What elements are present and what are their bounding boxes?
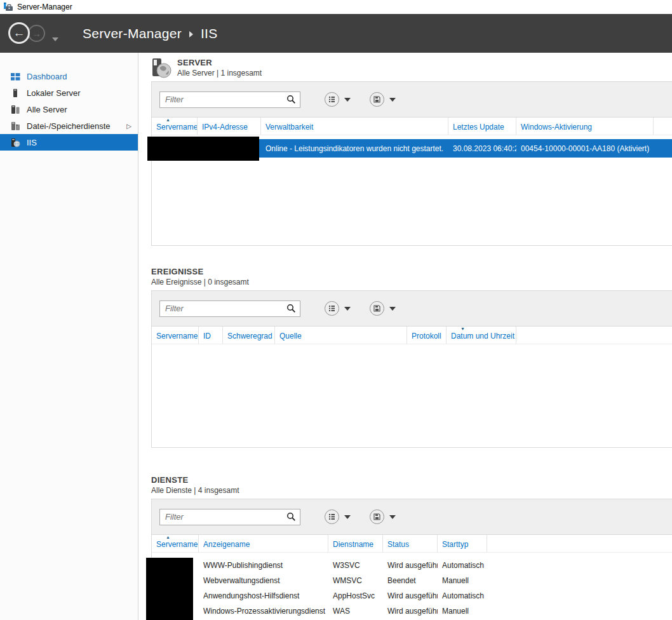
column-header-servername[interactable]: ▲ Servername <box>152 118 198 135</box>
sidebar-item-alle-server[interactable]: Alle Server <box>0 101 138 118</box>
sidebar: Dashboard Lokaler Server Alle Server <box>0 53 138 620</box>
column-header-protokoll[interactable]: Protokoll <box>407 327 447 344</box>
sidebar-item-label: IIS <box>27 138 37 147</box>
dienste-tile: ▲ Servername Anzeigename Dienstname Stat… <box>151 499 672 620</box>
sort-ascending-icon: ▲ <box>166 118 170 123</box>
iis-server-globe-icon <box>10 137 21 148</box>
column-header-id[interactable]: ID <box>199 327 223 344</box>
column-header-filler <box>516 327 672 344</box>
all-servers-icon <box>10 104 21 115</box>
forward-button[interactable]: → <box>28 25 45 42</box>
section-title: SERVER <box>177 58 262 68</box>
column-header-filler <box>487 535 672 552</box>
section-subtitle: Alle Ereignisse | 0 insgesamt <box>151 277 249 287</box>
service-row[interactable]: Windows-Prozessaktivierungsdienst WAS Wi… <box>152 603 672 619</box>
sidebar-item-lokaler-server[interactable]: Lokaler Server <box>0 84 138 101</box>
chevron-down-icon[interactable] <box>344 98 351 102</box>
ereignisse-filter-input[interactable] <box>165 304 286 313</box>
dienste-filter-box <box>159 509 300 525</box>
sidebar-item-label: Datei-/Speicherdienste <box>27 121 111 131</box>
column-header-quelle[interactable]: Quelle <box>275 327 407 344</box>
chevron-down-icon[interactable] <box>389 307 396 311</box>
column-header-starttyp[interactable]: Starttyp <box>438 535 487 552</box>
service-row[interactable]: Webverwaltungsdienst WMSVC Beendet Manue… <box>152 573 672 588</box>
ereignisse-filter-box <box>159 300 300 317</box>
cell-dienstname: WAS <box>328 607 383 616</box>
section-subtitle: Alle Server | 1 insgesamt <box>177 68 262 78</box>
cell-status: Wird ausgeführt <box>383 607 438 616</box>
save-query-button[interactable] <box>370 92 384 107</box>
cell-anzeigename: Anwendungshost-Hilfsdienst <box>199 591 328 600</box>
column-header-status[interactable]: Status <box>383 535 438 552</box>
section-title: DIENSTE <box>151 475 239 485</box>
sidebar-item-dashboard[interactable]: Dashboard <box>0 68 138 84</box>
navigation-history-caret-icon[interactable] <box>52 37 58 41</box>
ereignisse-table-header: Servername ID Schweregrad Quelle Protoko… <box>152 327 672 344</box>
cell-anzeigename: Windows-Prozessaktivierungsdienst <box>199 607 328 616</box>
breadcrumb: Server-Manager IIS <box>83 14 218 53</box>
dienste-section: DIENSTE Alle Dienste | 4 insgesamt <box>151 475 672 620</box>
service-row[interactable]: Anwendungshost-Hilfsdienst AppHostSvc Wi… <box>152 588 672 603</box>
cell-status: Wird ausgeführt <box>383 561 438 570</box>
saved-queries-button[interactable] <box>325 301 339 316</box>
local-server-icon <box>10 88 21 98</box>
service-row[interactable]: WWW-Publishingdienst W3SVC Wird ausgefüh… <box>152 558 672 573</box>
search-icon <box>286 512 296 522</box>
sidebar-item-datei-speicherdienste[interactable]: Datei-/Speicherdienste ▷ <box>0 118 138 134</box>
redaction-box-servername <box>147 137 259 161</box>
cell-windows-aktivierung: 00454-10000-00001-AA180 (Aktiviert) <box>516 144 654 153</box>
window-titlebar: Server-Manager <box>0 0 672 14</box>
ereignisse-section: EREIGNISSE Alle Ereignisse | 0 insgesamt <box>151 267 672 448</box>
save-query-button[interactable] <box>370 301 384 316</box>
column-header-verwaltbarkeit[interactable]: Verwaltbarkeit <box>261 118 448 135</box>
cell-starttyp: Automatisch <box>438 561 487 570</box>
server-filter-input[interactable] <box>165 95 286 104</box>
chevron-down-icon[interactable] <box>344 515 351 519</box>
column-header-anzeigename[interactable]: Anzeigename <box>199 535 328 552</box>
file-storage-icon <box>10 121 21 131</box>
column-header-letztes-update[interactable]: Letztes Update <box>448 118 516 135</box>
column-header-ipv4-adresse[interactable]: IPv4-Adresse <box>198 118 261 135</box>
cell-anzeigename: WWW-Publishingdienst <box>199 561 328 570</box>
ereignisse-table-body <box>152 344 672 447</box>
column-header-datum-und-uhrzeit[interactable]: ▼ Datum und Uhrzeit <box>447 327 516 344</box>
dashboard-grid-icon <box>10 71 21 82</box>
server-globe-icon <box>151 58 171 78</box>
sidebar-item-label: Dashboard <box>27 72 67 81</box>
saved-queries-button[interactable] <box>325 92 339 107</box>
cell-starttyp: Manuell <box>438 607 487 616</box>
chevron-down-icon[interactable] <box>389 515 396 519</box>
sidebar-item-iis[interactable]: IIS <box>0 134 138 151</box>
cell-anzeigename: Webverwaltungsdienst <box>199 576 328 585</box>
search-icon <box>286 304 296 313</box>
sort-ascending-icon: ▲ <box>166 535 170 540</box>
navigation-bar: ← → Server-Manager IIS <box>0 14 672 53</box>
cell-starttyp: Automatisch <box>438 591 487 600</box>
dienste-table-header: ▲ Servername Anzeigename Dienstname Stat… <box>152 535 672 553</box>
sort-descending-icon: ▼ <box>460 327 465 332</box>
server-manager-window: Server-Manager ← → Server-Manager IIS Da… <box>0 0 672 620</box>
flyout-arrow-icon[interactable]: ▷ <box>126 123 131 130</box>
section-subtitle: Alle Dienste | 4 insgesamt <box>151 485 239 495</box>
column-header-servername[interactable]: ▲ Servername <box>152 535 199 552</box>
dienste-filter-input[interactable] <box>165 512 286 522</box>
chevron-down-icon[interactable] <box>389 98 396 102</box>
back-button[interactable]: ← <box>8 22 30 44</box>
save-query-button[interactable] <box>370 509 384 524</box>
breadcrumb-arrow-icon <box>189 31 193 37</box>
cell-status: Wird ausgeführt <box>383 591 438 600</box>
server-table-header: ▲ Servername IPv4-Adresse Verwaltbarkeit… <box>152 118 672 135</box>
cell-letztes-update: 30.08.2023 06:40:24 <box>448 144 516 153</box>
column-header-servername[interactable]: Servername <box>152 327 199 344</box>
column-header-windows-aktivierung[interactable]: Windows-Aktivierung <box>516 118 654 135</box>
column-header-filler <box>654 118 672 135</box>
cell-dienstname: W3SVC <box>328 561 383 570</box>
chevron-down-icon[interactable] <box>344 307 351 311</box>
column-header-dienstname[interactable]: Dienstname <box>328 535 383 552</box>
column-header-schweregrad[interactable]: Schweregrad <box>223 327 275 344</box>
saved-queries-button[interactable] <box>325 509 339 524</box>
server-manager-app-icon <box>3 2 13 12</box>
breadcrumb-root[interactable]: Server-Manager <box>83 26 182 41</box>
cell-verwaltbarkeit: Online - Leistungsindikatoren wurden nic… <box>261 144 448 153</box>
ereignisse-toolbar <box>152 291 672 327</box>
